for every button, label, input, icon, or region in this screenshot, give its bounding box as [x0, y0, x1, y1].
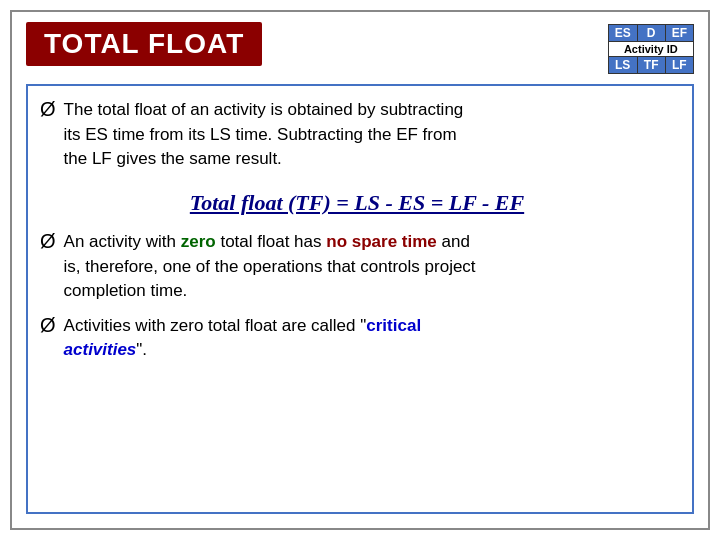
bullet-text-1: The total float of an activity is obtain… — [64, 98, 464, 172]
slide-title: TOTAL FLOAT — [44, 28, 244, 60]
bullet3-critical: critical — [366, 316, 421, 335]
bullet3-critical-activities: activities — [64, 340, 137, 359]
content-box: Ø The total float of an activity is obta… — [26, 84, 694, 514]
bullet1-line3: the LF gives the same result. — [64, 149, 282, 168]
bullet-text-2: An activity with zero total float has no… — [64, 230, 476, 304]
cell-ef: EF — [665, 25, 693, 42]
activity-id-table: ES D EF Activity ID LS TF LF — [608, 24, 694, 74]
formula-text: Total float (TF) = LS - ES = LF - EF — [190, 190, 524, 215]
bullet2-no-spare: no spare time — [326, 232, 437, 251]
bullet2-zero: zero — [181, 232, 216, 251]
bullet-text-3: Activities with zero total float are cal… — [64, 314, 422, 363]
cell-tf: TF — [637, 57, 665, 74]
bullet3-text-after: ". — [136, 340, 147, 359]
bullet-symbol-2: Ø — [40, 230, 56, 253]
title-box: TOTAL FLOAT — [26, 22, 262, 66]
cell-d: D — [637, 25, 665, 42]
cell-lf: LF — [665, 57, 693, 74]
bullet-item-2: Ø An activity with zero total float has … — [40, 230, 674, 304]
bullet2-text-before: An activity with — [64, 232, 181, 251]
bullet-item-3: Ø Activities with zero total float are c… — [40, 314, 674, 363]
bullet2-text-middle: total float has — [216, 232, 327, 251]
bullet3-text-before: Activities with zero total float are cal… — [64, 316, 367, 335]
formula-line: Total float (TF) = LS - ES = LF - EF — [40, 190, 674, 216]
cell-ls: LS — [608, 57, 637, 74]
bullet1-line1: The total float of an activity is obtain… — [64, 100, 464, 119]
header-row: TOTAL FLOAT ES D EF Activity ID LS TF LF — [26, 22, 694, 74]
bullet-symbol-3: Ø — [40, 314, 56, 337]
bullet-symbol-1: Ø — [40, 98, 56, 121]
bullet2-line3: completion time. — [64, 281, 188, 300]
cell-activity-id: Activity ID — [608, 42, 693, 57]
bullet-item-1: Ø The total float of an activity is obta… — [40, 98, 674, 172]
slide-container: TOTAL FLOAT ES D EF Activity ID LS TF LF… — [10, 10, 710, 530]
bullet2-line2: is, therefore, one of the operations tha… — [64, 257, 476, 276]
bullet1-line2: its ES time from its LS time. Subtractin… — [64, 125, 457, 144]
bullet2-text-after: and — [437, 232, 470, 251]
cell-es: ES — [608, 25, 637, 42]
